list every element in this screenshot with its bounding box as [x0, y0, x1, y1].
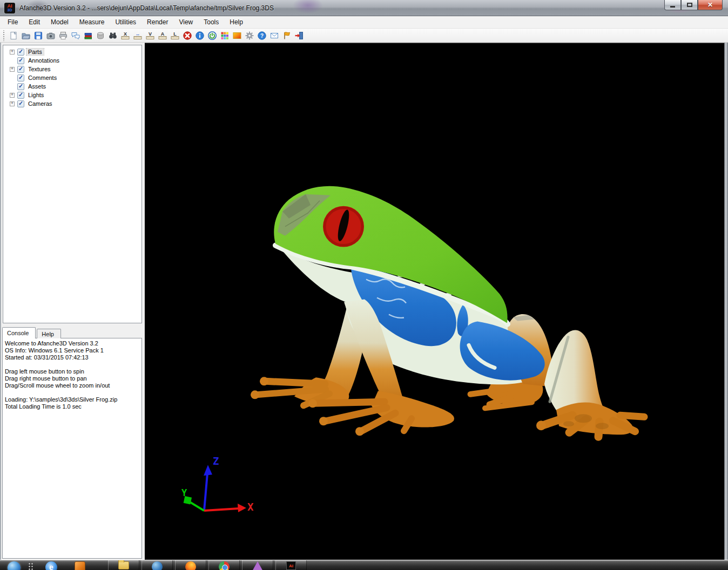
svg-text:L: L	[173, 31, 177, 37]
checkbox-checked-icon[interactable]	[17, 83, 24, 90]
maximize-icon	[687, 3, 692, 7]
firefox-icon	[185, 561, 196, 570]
explorer-folder-button[interactable]	[108, 560, 139, 570]
expand-icon[interactable]	[10, 50, 15, 55]
prism-icon	[252, 561, 263, 570]
checkbox-checked-icon[interactable]	[17, 66, 24, 73]
thunderbird-button[interactable]	[141, 560, 173, 570]
viewer-app-button[interactable]	[242, 560, 273, 570]
svg-text:X: X	[123, 31, 126, 37]
console-output: Welcome to Afanche3D Version 3.2 OS Info…	[2, 338, 142, 559]
close-icon: ✕	[707, 1, 713, 9]
internet-explorer-icon[interactable]: e	[45, 561, 57, 570]
expand-icon[interactable]	[10, 101, 15, 106]
maximize-button[interactable]	[681, 0, 698, 10]
info-icon[interactable]	[193, 29, 206, 42]
tree-item-annotations[interactable]: Annotations	[3, 56, 141, 65]
grip-dots-icon[interactable]	[28, 562, 33, 570]
checkbox-checked-icon[interactable]	[17, 49, 24, 56]
tree-item-assets[interactable]: Assets	[3, 82, 141, 91]
menu-measure[interactable]: Measure	[74, 17, 110, 28]
tree-item-parts[interactable]: Parts	[3, 48, 141, 56]
svg-text:?: ?	[260, 32, 263, 38]
menu-utilities[interactable]: Utilities	[110, 17, 141, 28]
menu-edit[interactable]: Edit	[23, 17, 45, 28]
tab-console[interactable]: Console	[2, 327, 36, 338]
main-area: Parts Annotations Textures Comments	[0, 43, 728, 560]
svg-text:V: V	[148, 31, 151, 37]
app-logo-icon: AI 3D	[4, 3, 15, 13]
afanche3d-button[interactable]: AI	[275, 560, 307, 570]
console-tabs: Console Help	[1, 327, 145, 338]
checkbox-checked-icon[interactable]	[17, 92, 24, 99]
frog-model: Z X Y	[145, 43, 724, 560]
comments-icon[interactable]	[69, 29, 82, 42]
tree-item-textures[interactable]: Textures	[3, 65, 141, 73]
tab-help[interactable]: Help	[37, 329, 61, 338]
firefox-button[interactable]	[175, 560, 206, 570]
taskbar: e AI	[0, 560, 728, 570]
exit-door-icon[interactable]	[293, 29, 305, 42]
frog-eye	[323, 206, 364, 247]
media-app-icon[interactable]	[75, 561, 85, 570]
annotation-flag-icon[interactable]	[280, 29, 293, 42]
settings-gear-icon[interactable]	[243, 29, 255, 42]
textures-books-icon[interactable]	[82, 29, 94, 42]
measure-v-icon[interactable]: V	[144, 29, 156, 42]
chrome-button[interactable]	[208, 560, 240, 570]
help-icon[interactable]: ?	[255, 29, 268, 42]
find-binoculars-icon[interactable]	[106, 29, 119, 42]
viewport-3d[interactable]: Z X Y	[145, 43, 724, 560]
assets-3d-icon[interactable]	[94, 29, 106, 42]
tree-item-comments[interactable]: Comments	[3, 73, 141, 82]
minimize-icon	[670, 6, 675, 8]
print-icon[interactable]	[57, 29, 69, 42]
chrome-icon	[219, 561, 230, 570]
app-window: AI 3D Afanche3D Version 3.2 - ...sers\de…	[0, 0, 728, 570]
menu-view[interactable]: View	[173, 17, 198, 28]
checkbox-checked-icon[interactable]	[17, 57, 24, 64]
power-icon[interactable]	[206, 29, 218, 42]
expand-icon[interactable]	[10, 93, 15, 98]
toolbar: X ↔ V A L	[0, 29, 728, 43]
left-panel: Parts Annotations Textures Comments	[0, 43, 145, 560]
menu-bar: File Edit Model Measure Utilities Render…	[0, 16, 728, 29]
email-icon[interactable]	[268, 29, 280, 42]
close-button[interactable]: ✕	[698, 0, 723, 10]
title-bar: AI 3D Afanche3D Version 3.2 - ...sers\de…	[0, 0, 728, 16]
menu-tools[interactable]: Tools	[198, 17, 224, 28]
svg-text:A: A	[160, 31, 164, 37]
screenshot-camera-icon[interactable]	[44, 29, 57, 42]
measure-x-icon[interactable]: X	[119, 29, 131, 42]
menu-render[interactable]: Render	[141, 17, 173, 28]
menu-help[interactable]: Help	[224, 17, 248, 28]
thunderbird-icon	[152, 561, 163, 570]
start-button[interactable]	[8, 561, 21, 570]
svg-text:↔: ↔	[135, 31, 140, 37]
measure-length-icon[interactable]: L	[168, 29, 181, 42]
tree-item-cameras[interactable]: Cameras	[3, 99, 141, 108]
measure-angle-icon[interactable]: A	[156, 29, 168, 42]
measure-distance-icon[interactable]: ↔	[131, 29, 144, 42]
checkbox-checked-icon[interactable]	[17, 100, 24, 107]
color-grid-icon[interactable]	[218, 29, 231, 42]
axis-z-label: Z	[213, 455, 219, 467]
expand-icon[interactable]	[10, 67, 15, 72]
checkbox-checked-icon[interactable]	[17, 74, 24, 82]
save-icon[interactable]	[32, 29, 44, 42]
tree-item-lights[interactable]: Lights	[3, 91, 141, 99]
window-right-border	[724, 43, 728, 560]
model-tree: Parts Annotations Textures Comments	[3, 45, 142, 323]
menu-file[interactable]: File	[2, 17, 23, 28]
axis-x-label: X	[247, 501, 254, 513]
folder-icon	[118, 561, 129, 569]
minimize-button[interactable]	[664, 0, 681, 10]
menu-model[interactable]: Model	[45, 17, 74, 28]
new-document-icon[interactable]	[7, 29, 19, 42]
color-swatch-icon[interactable]	[231, 29, 243, 42]
stop-icon[interactable]	[181, 29, 193, 42]
toolbar-grip[interactable]	[2, 30, 5, 41]
window-controls: ✕	[664, 0, 723, 10]
open-folder-icon[interactable]	[19, 29, 32, 42]
console-panel: Console Help Welcome to Afanche3D Versio…	[1, 327, 145, 560]
